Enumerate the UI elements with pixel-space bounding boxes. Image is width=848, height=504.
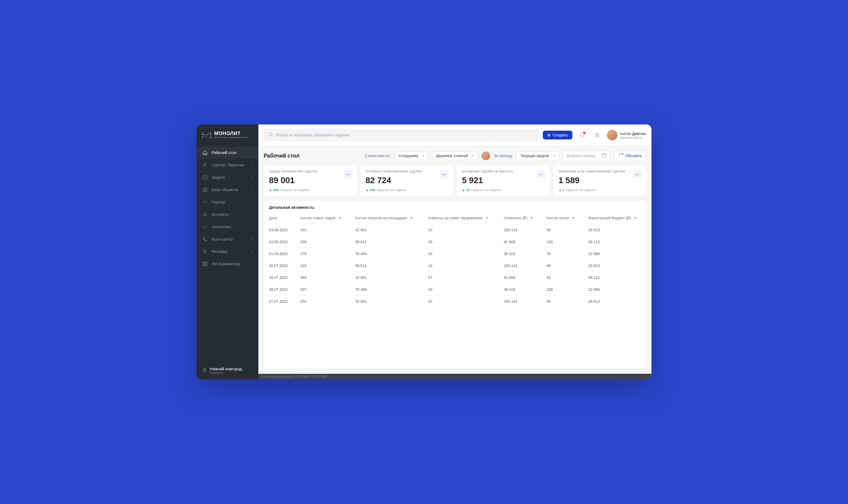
- settings-button[interactable]: [592, 130, 602, 140]
- refresh-label: Обновить: [625, 154, 643, 158]
- table-row[interactable]: 01.08.202217878 4894239 1023422 986: [264, 248, 646, 260]
- period-select[interactable]: Текущая неделя ▾: [516, 151, 559, 160]
- user-avatar: [607, 130, 617, 140]
- refresh-button[interactable]: Обновить: [614, 150, 647, 161]
- notifications-button[interactable]: [577, 130, 587, 140]
- table-cell: 22 986: [583, 284, 646, 296]
- search-icon: [268, 131, 273, 139]
- sidebar-item-0[interactable]: Рабочий стол: [197, 147, 258, 159]
- sidebar-item-8[interactable]: Реклама›: [197, 245, 258, 258]
- employee-avatar[interactable]: [481, 151, 490, 160]
- search-box[interactable]: [264, 129, 538, 141]
- ads-icon: [202, 248, 208, 255]
- table-row[interactable]: 28.07.202229778 4894939 10222822 986: [264, 284, 646, 296]
- kpi-label: ЗАКРЫТЫЕ И НЕ ЗАВЕРШЕННЫЕ СДЕЛКИ: [559, 170, 641, 173]
- sidebar-item-label: ЖК (Шахматка): [212, 262, 253, 266]
- table-cell: 42 901: [350, 272, 423, 284]
- trend-icon: ↗: [409, 216, 413, 220]
- svg-point-5: [205, 136, 206, 137]
- sidebar-footer[interactable]: Нижний новгород Изменить: [197, 361, 258, 380]
- sidebar-item-2[interactable]: Задачи›: [197, 171, 258, 184]
- sidebar-item-1[interactable]: Сделки / Воронки›: [197, 159, 258, 171]
- logo-block: МОНОЛИТ агентство недвижимости: [197, 124, 258, 147]
- kpi-chart-button[interactable]: [633, 170, 642, 179]
- user-menu[interactable]: Антон Димчин Администратор: [607, 130, 646, 140]
- svg-point-6: [207, 134, 208, 135]
- sidebar-item-4[interactable]: Парсер: [197, 196, 258, 208]
- table-cell: 68: [541, 260, 583, 272]
- kpi-card-0: ОБЩЕЕ КОЛИЧЕСТВО СДЕЛОК 89 001 ▲ 418Прир…: [264, 165, 357, 196]
- city-change-link[interactable]: Изменить: [210, 371, 242, 374]
- sidebar-item-7[interactable]: Колл-центр›: [197, 233, 258, 245]
- sidebar-item-label: Сделки / Воронки: [212, 163, 252, 167]
- svg-point-3: [202, 133, 203, 134]
- table-cell: 78 489: [350, 248, 423, 260]
- logo-icon: [202, 131, 212, 139]
- table-cell: 150 141: [499, 260, 541, 272]
- main-area: ⊕ Создать Антон Димчин Администратор Раб…: [258, 124, 651, 380]
- table-cell: 56: [541, 224, 583, 236]
- sidebar-item-label: Колл-центр: [212, 237, 252, 241]
- table-row[interactable]: 03.08.202223142 90122150 1415628 912: [264, 224, 646, 236]
- user-role: Администратор: [620, 136, 646, 139]
- stat-by-value: Сотруднику: [398, 154, 419, 158]
- svg-rect-17: [205, 262, 207, 264]
- table-header[interactable]: Оплачено (₽) ↗: [499, 212, 541, 224]
- sidebar: МОНОЛИТ агентство недвижимости Рабочий с…: [197, 124, 258, 380]
- table-cell: 03.08.2022: [264, 224, 295, 236]
- table-header[interactable]: Дата: [264, 212, 295, 224]
- svg-point-22: [596, 135, 598, 136]
- table-cell: 28.07.2022: [264, 284, 295, 296]
- table-cell: 42 901: [350, 296, 423, 308]
- kpi-chart-button[interactable]: [537, 170, 545, 179]
- table-row[interactable]: 29.07.202235642 9016761 5665258 112: [264, 272, 646, 284]
- stat-by-select[interactable]: Сотруднику ▾: [394, 151, 429, 160]
- table-cell: 22: [423, 296, 499, 308]
- table-header[interactable]: Кол-во оплат ↗: [541, 212, 583, 224]
- sidebar-item-9[interactable]: ЖК (Шахматка): [197, 258, 258, 270]
- table-row[interactable]: 30.07.202212958 91212150 1416828 912: [264, 260, 646, 272]
- table-cell: 58 112: [583, 272, 646, 284]
- table-row[interactable]: 27.07.202223142 90122150 1415628 912: [264, 296, 646, 308]
- table-cell: 231: [295, 224, 350, 236]
- sidebar-item-5[interactable]: Контакты: [197, 208, 258, 221]
- date-picker[interactable]: Выбрать период: [563, 150, 611, 161]
- trend-icon: ↗: [485, 216, 488, 220]
- notification-badge: [583, 131, 586, 135]
- svg-rect-16: [203, 262, 205, 264]
- table-cell: 28 912: [583, 224, 646, 236]
- table-header[interactable]: Клиенты на этапе оформления ↗: [423, 212, 499, 224]
- table-cell: 228: [541, 284, 583, 296]
- table-cell: 42: [423, 248, 499, 260]
- kpi-delta: ▲ 1Прирост за неделю: [559, 188, 641, 192]
- table-cell: 231: [295, 296, 350, 308]
- table-header[interactable]: Кол-во показов на площадках ↗: [350, 212, 423, 224]
- contacts-icon: [202, 211, 208, 218]
- svg-point-8: [210, 134, 211, 135]
- sidebar-item-3[interactable]: База объектов›: [197, 184, 258, 196]
- period-value: Текущая неделя: [520, 154, 549, 158]
- table-cell: 29.07.2022: [264, 272, 295, 284]
- table-cell: 39 102: [499, 248, 541, 260]
- table-header[interactable]: Фактический бюджет (₽) ↗: [583, 212, 646, 224]
- create-button[interactable]: ⊕ Создать: [543, 131, 572, 139]
- sidebar-item-6[interactable]: Аналитика: [197, 221, 258, 233]
- employee-select[interactable]: Деревяга Алексей ▾: [432, 151, 478, 160]
- chevron-right-icon: ›: [252, 163, 253, 167]
- chevron-down-icon: ▾: [423, 154, 424, 158]
- table-header[interactable]: Кол-во новых лидов ↗: [295, 212, 350, 224]
- table-cell: 01.08.2022: [264, 248, 295, 260]
- employee-value: Деревяга Алексей: [436, 154, 468, 158]
- home-icon: [202, 150, 208, 156]
- kpi-value: 82 724: [366, 176, 448, 185]
- trend-icon: ↗: [572, 216, 575, 220]
- table-row[interactable]: 02.08.202229858 9122661 56612958 112: [264, 236, 646, 248]
- detail-table: ДатаКол-во новых лидов ↗Кол-во показов н…: [264, 212, 646, 308]
- svg-point-11: [210, 133, 211, 134]
- kpi-chart-button[interactable]: [440, 170, 449, 179]
- table-cell: 22: [423, 224, 499, 236]
- search-input[interactable]: [276, 133, 534, 137]
- kpi-chart-button[interactable]: [344, 170, 352, 179]
- table-cell: 34: [541, 248, 583, 260]
- table-cell: 297: [295, 284, 350, 296]
